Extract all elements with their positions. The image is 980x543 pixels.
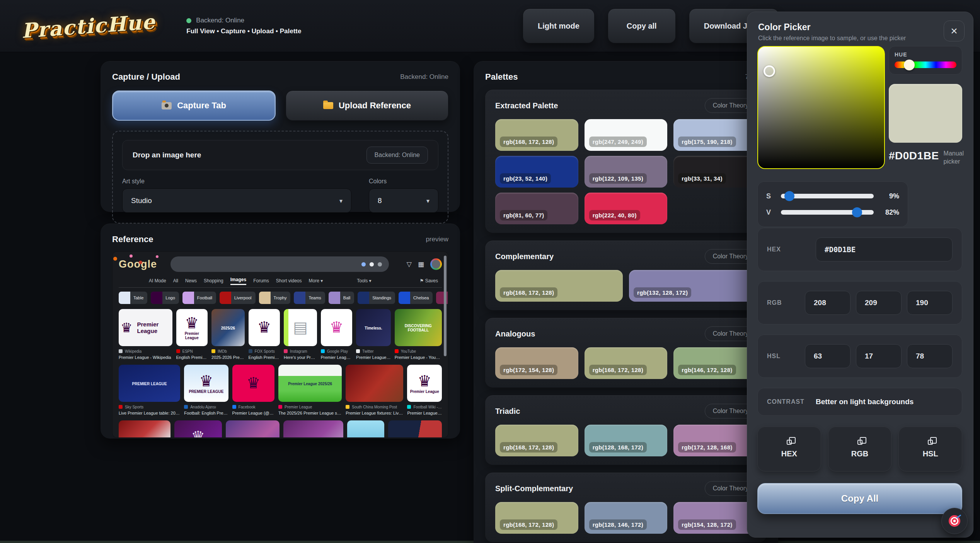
swatch-rgb-label: rgb(132, 128, 172) xyxy=(634,287,691,298)
slider-track[interactable] xyxy=(781,210,874,215)
hex-field-label: HEX xyxy=(767,246,806,253)
color-swatch[interactable]: rgb(81, 60, 77) xyxy=(495,193,578,224)
color-swatch[interactable]: rgb(132, 128, 172) xyxy=(629,270,757,302)
hsl-input[interactable]: 63 xyxy=(805,344,850,368)
chip-label: Table xyxy=(133,295,143,300)
capture-tab-button[interactable]: Capture Tab xyxy=(112,90,276,121)
contrast-label: CONTRAST xyxy=(767,398,806,405)
copy-format-button[interactable]: HEX xyxy=(757,427,821,471)
result-thumbnail: ♛ PREMIER LEAGUE xyxy=(184,365,228,402)
color-swatch[interactable]: rgb(128, 168, 172) xyxy=(585,425,668,456)
swatch-rgb-label: rgb(168, 172, 128) xyxy=(589,365,647,375)
google-results-row: PREMIER LEAGUE Sky Sports Live Premier L… xyxy=(119,365,442,415)
sv-marker[interactable] xyxy=(764,65,775,77)
slider-thumb[interactable] xyxy=(852,207,862,217)
copy-all-button[interactable]: Copy All xyxy=(757,483,962,514)
result-caption: Live Premier League table: 2025/26 ... xyxy=(119,411,180,415)
google-tab: Short videos xyxy=(276,278,302,283)
color-picker-panel: Color Picker Click the reference image t… xyxy=(747,12,973,538)
drop-zone[interactable]: Drop an image here Backend: Online Art s… xyxy=(112,131,448,224)
hue-card: HUE xyxy=(889,46,962,75)
sample-target-button[interactable] xyxy=(941,508,968,534)
copy-format-button[interactable]: HSL xyxy=(898,427,962,471)
color-swatch[interactable]: rgb(168, 172, 128) xyxy=(495,119,578,151)
palette-section-title: Complementary xyxy=(495,252,554,261)
color-swatch[interactable]: rgb(168, 172, 128) xyxy=(495,270,623,302)
hue-thumb[interactable] xyxy=(904,60,915,70)
result-thumbnail: ♛ Premier League xyxy=(176,309,208,346)
google-filter-chip: Wallpaper xyxy=(436,292,448,304)
google-tabs: AI Mode All News Shopping Images Forums … xyxy=(149,277,323,285)
google-result: 2025/26 IMDb 2025-2026 Premier ... xyxy=(211,309,245,360)
result-source: Sky Sports xyxy=(125,405,143,409)
slider-track[interactable] xyxy=(781,194,874,198)
contrast-card: CONTRAST Better on light backgrounds xyxy=(757,388,962,416)
manual-picker-label: Manual picker xyxy=(944,150,964,166)
crest-icon: ♛ xyxy=(185,315,199,331)
result-thumbnail: ▤ xyxy=(284,309,317,346)
hsl-input[interactable]: 17 xyxy=(856,344,902,368)
color-swatch[interactable]: rgb(33, 31, 34) xyxy=(673,156,757,188)
color-swatch[interactable]: rgb(172, 128, 168) xyxy=(673,425,757,456)
close-icon[interactable]: × xyxy=(944,20,965,41)
color-swatch[interactable]: rgb(23, 52, 140) xyxy=(495,156,578,188)
thumbnail-text: 2-3 xyxy=(140,437,149,438)
upload-reference-button[interactable]: Upload Reference xyxy=(286,90,448,121)
chip-label: Liverpool xyxy=(234,295,252,300)
google-tab: More ▾ xyxy=(309,278,323,283)
color-swatch[interactable]: rgb(168, 172, 128) xyxy=(495,425,578,456)
thumbnail-text: Timeless. xyxy=(363,326,383,330)
rgb-input[interactable]: 190 xyxy=(907,291,953,315)
favicon xyxy=(395,349,399,353)
colors-select[interactable]: 8 ▾ xyxy=(369,189,438,213)
saturation-value-square[interactable] xyxy=(757,46,885,169)
chip-thumbnail xyxy=(329,292,340,304)
reference-preview-image[interactable]: Google ▽ ▦ xyxy=(112,251,448,438)
thumbnail-text: Premier League 2025/26 xyxy=(286,382,334,386)
color-swatch[interactable]: rgb(175, 190, 218) xyxy=(673,119,757,151)
copy-format-button[interactable]: RGB xyxy=(828,427,892,471)
color-swatch[interactable]: rgb(122, 109, 135) xyxy=(585,156,668,188)
drop-label: Drop an image here xyxy=(133,151,201,159)
slider-row: V 82% xyxy=(766,204,899,220)
art-style-select[interactable]: Studio ▾ xyxy=(122,189,351,213)
chevron-down-icon: ▾ xyxy=(339,197,343,205)
search-icon xyxy=(378,262,382,266)
crest-icon: ♛ xyxy=(329,319,343,335)
result-thumbnail: HIGHLIGHTS xyxy=(388,420,442,438)
thumbnail-text: HIGHLIGHTS xyxy=(402,437,429,438)
rgb-input[interactable]: 209 xyxy=(856,291,902,315)
swatch-rgb-label: rgb(128, 146, 172) xyxy=(589,519,647,530)
color-swatch[interactable]: rgb(154, 128, 172) xyxy=(673,502,757,534)
hsl-input[interactable]: 78 xyxy=(907,344,953,368)
swatch-rgb-label: rgb(154, 128, 172) xyxy=(678,519,736,530)
result-thumbnail: Timeless. xyxy=(356,309,391,346)
folder-icon xyxy=(323,102,333,109)
sv-sliders-card: S 9% V 82% xyxy=(757,181,908,227)
preview-scrollbar[interactable] xyxy=(444,256,447,356)
google-result: 2-3 YouTube xyxy=(119,420,170,438)
color-swatch[interactable]: rgb(168, 172, 128) xyxy=(585,347,668,379)
result-source: Facebook xyxy=(239,405,256,409)
hex-input[interactable]: #D0D1BE xyxy=(816,237,953,261)
color-swatch[interactable]: rgb(247, 249, 249) xyxy=(585,119,668,151)
color-swatch[interactable]: rgb(128, 146, 172) xyxy=(585,502,668,534)
result-thumbnail: DISCOVERING FOOTBALL xyxy=(395,309,442,346)
color-swatch[interactable]: rgb(222, 40, 80) xyxy=(585,193,668,224)
swatch-grid: rgb(168, 172, 128) rgb(247, 249, 249) rg… xyxy=(495,119,757,224)
header-button[interactable]: Light mode xyxy=(523,9,595,43)
slider-label: V xyxy=(766,208,774,217)
hue-slider[interactable] xyxy=(895,61,956,68)
header-button[interactable]: Copy all xyxy=(608,9,676,43)
rgb-input[interactable]: 208 xyxy=(805,291,850,315)
palette-section-title: Extracted Palette xyxy=(495,101,558,110)
color-swatch[interactable]: rgb(168, 172, 128) xyxy=(495,502,578,534)
color-swatch[interactable]: rgb(146, 172, 128) xyxy=(673,347,757,379)
google-filter-chip: Trophy xyxy=(259,292,291,304)
chip-thumbnail xyxy=(294,292,305,304)
color-swatch[interactable]: rgb(172, 154, 128) xyxy=(495,347,578,379)
slider-thumb[interactable] xyxy=(784,191,794,201)
chip-label: Standings xyxy=(372,295,391,300)
hex-field-card: HEX #D0D1BE xyxy=(757,228,962,271)
palette-section-title: Analogous xyxy=(495,330,535,338)
